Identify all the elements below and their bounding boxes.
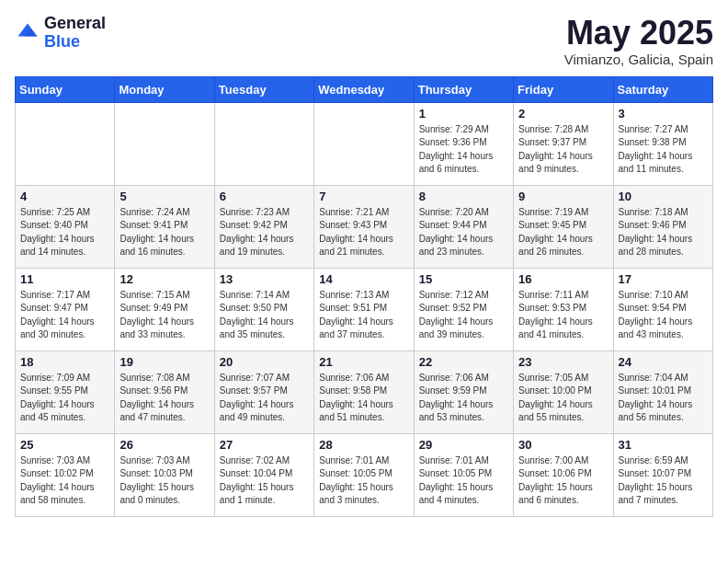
col-saturday: Saturday	[613, 76, 712, 102]
calendar-cell: 2Sunrise: 7:28 AM Sunset: 9:37 PM Daylig…	[514, 102, 613, 185]
calendar-table: Sunday Monday Tuesday Wednesday Thursday…	[15, 76, 713, 517]
day-info: Sunrise: 7:03 AM Sunset: 10:02 PM Daylig…	[20, 454, 109, 508]
day-info: Sunrise: 7:06 AM Sunset: 9:58 PM Dayligh…	[319, 372, 408, 425]
day-info: Sunrise: 7:08 AM Sunset: 9:56 PM Dayligh…	[119, 372, 209, 425]
calendar-week-row: 25Sunrise: 7:03 AM Sunset: 10:02 PM Dayl…	[16, 433, 713, 516]
day-info: Sunrise: 6:59 AM Sunset: 10:07 PM Daylig…	[619, 454, 708, 508]
calendar-cell: 5Sunrise: 7:24 AM Sunset: 9:41 PM Daylig…	[115, 185, 214, 268]
calendar-cell: 4Sunrise: 7:25 AM Sunset: 9:40 PM Daylig…	[16, 185, 115, 268]
day-number: 12	[119, 272, 209, 286]
page-header: General Blue May 2025 Vimianzo, Galicia,…	[15, 15, 713, 67]
day-number: 31	[619, 438, 708, 452]
day-info: Sunrise: 7:17 AM Sunset: 9:47 PM Dayligh…	[20, 289, 109, 342]
calendar-cell: 18Sunrise: 7:09 AM Sunset: 9:55 PM Dayli…	[16, 350, 115, 433]
calendar-cell: 13Sunrise: 7:14 AM Sunset: 9:50 PM Dayli…	[214, 268, 313, 350]
calendar-week-row: 11Sunrise: 7:17 AM Sunset: 9:47 PM Dayli…	[16, 268, 713, 350]
calendar-cell: 31Sunrise: 6:59 AM Sunset: 10:07 PM Dayl…	[613, 433, 712, 516]
calendar-cell: 14Sunrise: 7:13 AM Sunset: 9:51 PM Dayli…	[314, 268, 414, 350]
day-number: 5	[119, 190, 209, 203]
calendar-cell: 21Sunrise: 7:06 AM Sunset: 9:58 PM Dayli…	[314, 350, 414, 433]
calendar-cell: 24Sunrise: 7:04 AM Sunset: 10:01 PM Dayl…	[613, 350, 712, 433]
calendar-cell: 30Sunrise: 7:00 AM Sunset: 10:06 PM Dayl…	[514, 433, 613, 516]
day-number: 20	[220, 355, 309, 369]
day-info: Sunrise: 7:06 AM Sunset: 9:59 PM Dayligh…	[419, 372, 508, 425]
day-info: Sunrise: 7:09 AM Sunset: 9:55 PM Dayligh…	[20, 372, 109, 425]
calendar-body: 1Sunrise: 7:29 AM Sunset: 9:36 PM Daylig…	[16, 102, 713, 516]
col-sunday: Sunday	[16, 76, 115, 102]
day-info: Sunrise: 7:13 AM Sunset: 9:51 PM Dayligh…	[319, 289, 408, 342]
day-info: Sunrise: 7:21 AM Sunset: 9:43 PM Dayligh…	[319, 206, 408, 259]
day-number: 25	[20, 438, 109, 452]
logo-general-text: General	[44, 15, 106, 33]
calendar-cell: 7Sunrise: 7:21 AM Sunset: 9:43 PM Daylig…	[314, 185, 414, 268]
day-number: 29	[419, 438, 508, 452]
day-number: 1	[419, 107, 508, 121]
day-number: 16	[518, 272, 608, 286]
day-number: 30	[518, 438, 608, 452]
day-number: 27	[220, 438, 309, 452]
calendar-cell: 8Sunrise: 7:20 AM Sunset: 9:44 PM Daylig…	[414, 185, 513, 268]
calendar-cell: 25Sunrise: 7:03 AM Sunset: 10:02 PM Dayl…	[16, 433, 115, 516]
day-info: Sunrise: 7:14 AM Sunset: 9:50 PM Dayligh…	[220, 289, 309, 342]
day-number: 19	[119, 355, 209, 369]
calendar-week-row: 4Sunrise: 7:25 AM Sunset: 9:40 PM Daylig…	[16, 185, 713, 268]
day-number: 17	[619, 272, 708, 286]
calendar-cell: 6Sunrise: 7:23 AM Sunset: 9:42 PM Daylig…	[214, 185, 313, 268]
calendar-cell: 1Sunrise: 7:29 AM Sunset: 9:36 PM Daylig…	[414, 102, 513, 185]
day-info: Sunrise: 7:00 AM Sunset: 10:06 PM Daylig…	[518, 454, 608, 508]
day-info: Sunrise: 7:27 AM Sunset: 9:38 PM Dayligh…	[619, 123, 708, 177]
day-info: Sunrise: 7:05 AM Sunset: 10:00 PM Daylig…	[518, 372, 608, 425]
col-friday: Friday	[514, 76, 613, 102]
day-info: Sunrise: 7:15 AM Sunset: 9:49 PM Dayligh…	[119, 289, 209, 342]
day-number: 6	[220, 190, 309, 203]
day-info: Sunrise: 7:28 AM Sunset: 9:37 PM Dayligh…	[518, 123, 608, 177]
day-number: 7	[319, 190, 408, 203]
day-number: 9	[518, 190, 608, 203]
day-number: 24	[619, 355, 708, 369]
calendar-cell: 12Sunrise: 7:15 AM Sunset: 9:49 PM Dayli…	[115, 268, 214, 350]
calendar-header: Sunday Monday Tuesday Wednesday Thursday…	[16, 76, 713, 102]
logo-blue-text: Blue	[44, 33, 106, 52]
col-thursday: Thursday	[414, 76, 513, 102]
day-info: Sunrise: 7:01 AM Sunset: 10:05 PM Daylig…	[319, 454, 408, 508]
calendar-cell: 26Sunrise: 7:03 AM Sunset: 10:03 PM Dayl…	[115, 433, 214, 516]
calendar-cell	[16, 102, 115, 185]
day-info: Sunrise: 7:18 AM Sunset: 9:46 PM Dayligh…	[619, 206, 708, 259]
calendar-cell: 17Sunrise: 7:10 AM Sunset: 9:54 PM Dayli…	[613, 268, 712, 350]
day-info: Sunrise: 7:02 AM Sunset: 10:04 PM Daylig…	[220, 454, 309, 508]
logo-text: General Blue	[44, 15, 106, 52]
calendar-cell: 16Sunrise: 7:11 AM Sunset: 9:53 PM Dayli…	[514, 268, 613, 350]
day-number: 8	[419, 190, 508, 203]
day-number: 26	[119, 438, 209, 452]
calendar-cell: 29Sunrise: 7:01 AM Sunset: 10:05 PM Dayl…	[414, 433, 513, 516]
calendar-cell	[214, 102, 313, 185]
day-info: Sunrise: 7:04 AM Sunset: 10:01 PM Daylig…	[619, 372, 708, 425]
day-number: 10	[619, 190, 708, 203]
day-number: 21	[319, 355, 408, 369]
calendar-week-row: 1Sunrise: 7:29 AM Sunset: 9:36 PM Daylig…	[16, 102, 713, 185]
col-monday: Monday	[115, 76, 214, 102]
month-title: May 2025	[564, 15, 713, 52]
day-number: 4	[20, 190, 109, 203]
day-number: 28	[319, 438, 408, 452]
calendar-cell: 11Sunrise: 7:17 AM Sunset: 9:47 PM Dayli…	[16, 268, 115, 350]
day-info: Sunrise: 7:11 AM Sunset: 9:53 PM Dayligh…	[518, 289, 608, 342]
day-info: Sunrise: 7:24 AM Sunset: 9:41 PM Dayligh…	[119, 206, 209, 259]
day-info: Sunrise: 7:03 AM Sunset: 10:03 PM Daylig…	[119, 454, 209, 508]
col-wednesday: Wednesday	[314, 76, 414, 102]
day-number: 2	[518, 107, 608, 121]
calendar-cell: 22Sunrise: 7:06 AM Sunset: 9:59 PM Dayli…	[414, 350, 513, 433]
day-info: Sunrise: 7:10 AM Sunset: 9:54 PM Dayligh…	[619, 289, 708, 342]
location-text: Vimianzo, Galicia, Spain	[564, 52, 713, 67]
calendar-cell: 9Sunrise: 7:19 AM Sunset: 9:45 PM Daylig…	[514, 185, 613, 268]
day-number: 11	[20, 272, 109, 286]
day-info: Sunrise: 7:23 AM Sunset: 9:42 PM Dayligh…	[220, 206, 309, 259]
calendar-cell: 3Sunrise: 7:27 AM Sunset: 9:38 PM Daylig…	[613, 102, 712, 185]
day-info: Sunrise: 7:01 AM Sunset: 10:05 PM Daylig…	[419, 454, 508, 508]
calendar-cell	[314, 102, 414, 185]
header-row: Sunday Monday Tuesday Wednesday Thursday…	[16, 76, 713, 102]
logo-icon	[15, 20, 40, 46]
day-number: 13	[220, 272, 309, 286]
calendar-cell: 10Sunrise: 7:18 AM Sunset: 9:46 PM Dayli…	[613, 185, 712, 268]
calendar-cell	[115, 102, 214, 185]
